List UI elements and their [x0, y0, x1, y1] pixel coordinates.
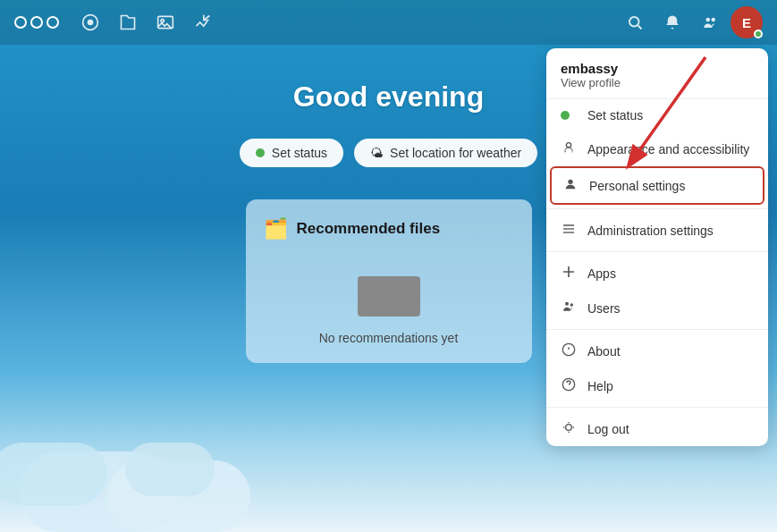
empty-folder-icon [358, 267, 420, 317]
apps-label: Apps [587, 266, 616, 281]
set-status-item-label: Set status [587, 108, 643, 122]
dropdown-apps[interactable]: Apps [546, 256, 768, 291]
dropdown-personal-settings[interactable]: Personal settings [550, 166, 764, 205]
nav-activity[interactable] [186, 5, 220, 39]
dropdown-appearance[interactable]: Appearance and accessibility [546, 131, 768, 166]
contacts-icon-btn[interactable] [693, 5, 727, 39]
logo-circle-3 [46, 16, 59, 29]
status-dot-icon [561, 111, 577, 120]
action-buttons: Set status 🌤 Set location for weather [240, 139, 537, 167]
logo[interactable] [14, 16, 59, 29]
greeting-text: Good evening [293, 80, 484, 114]
dropdown-logout[interactable]: Log out [546, 411, 768, 446]
search-icon-btn[interactable] [618, 5, 652, 39]
nav-files[interactable] [111, 5, 145, 39]
dropdown-header: embassy View profile [546, 48, 768, 99]
recommended-files-card: 🗂️ Recommended files No recommendations … [246, 199, 532, 363]
apps-icon [561, 265, 577, 282]
cloud-decoration [0, 407, 340, 532]
set-weather-button[interactable]: 🌤 Set location for weather [354, 139, 537, 167]
help-icon [561, 377, 577, 394]
notifications-icon-btn[interactable] [655, 5, 689, 39]
about-label: About [587, 344, 621, 359]
card-header: 🗂️ Recommended files [264, 217, 514, 241]
set-weather-label: Set location for weather [390, 146, 521, 160]
nav-icons [73, 5, 220, 39]
view-profile-link[interactable]: View profile [561, 76, 754, 89]
nav-dashboard[interactable] [73, 5, 107, 39]
user-dropdown-menu: embassy View profile Set status Appearan… [546, 48, 768, 446]
set-status-label: Set status [272, 146, 327, 160]
svg-point-9 [568, 180, 572, 184]
svg-point-4 [629, 17, 639, 27]
topbar-right: E [618, 5, 763, 39]
appearance-icon [561, 140, 577, 157]
divider-3 [546, 329, 768, 330]
svg-point-22 [566, 425, 572, 431]
set-status-button[interactable]: Set status [240, 139, 343, 167]
logout-label: Log out [587, 422, 629, 436]
status-dot-green [256, 148, 265, 157]
topbar: E [0, 0, 777, 45]
logo-circles [14, 16, 59, 29]
personal-settings-icon [562, 177, 579, 194]
dropdown-about[interactable]: About [546, 334, 768, 368]
avatar-letter: E [742, 15, 751, 30]
dropdown-users[interactable]: Users [546, 291, 768, 325]
logout-icon [561, 420, 577, 437]
users-label: Users [587, 301, 621, 316]
divider-4 [546, 407, 768, 408]
svg-line-5 [638, 26, 642, 30]
status-dot [561, 111, 570, 120]
svg-point-16 [570, 303, 573, 306]
help-label: Help [587, 379, 613, 393]
dropdown-admin-settings[interactable]: Administration settings [546, 213, 768, 248]
nav-photos[interactable] [148, 5, 182, 39]
svg-point-15 [565, 302, 569, 306]
no-recommendations-text: No recommendations yet [319, 331, 459, 345]
logo-circle-1 [14, 16, 27, 29]
svg-point-7 [712, 18, 716, 22]
svg-point-6 [706, 18, 711, 22]
svg-point-8 [566, 143, 570, 148]
avatar-status-dot [754, 30, 763, 38]
dropdown-help[interactable]: Help [546, 368, 768, 403]
personal-settings-label: Personal settings [589, 179, 685, 193]
card-title: Recommended files [297, 220, 441, 238]
users-icon [561, 300, 577, 317]
admin-settings-label: Administration settings [587, 224, 714, 238]
weather-icon: 🌤 [370, 146, 383, 160]
dropdown-username: embassy [561, 61, 754, 76]
divider-1 [546, 208, 768, 209]
svg-point-3 [161, 20, 164, 22]
divider-2 [546, 251, 768, 252]
svg-point-0 [88, 20, 94, 26]
admin-icon [561, 222, 577, 239]
dropdown-set-status[interactable]: Set status [546, 99, 768, 131]
appearance-item-label: Appearance and accessibility [587, 142, 749, 156]
avatar-button[interactable]: E [731, 6, 763, 38]
folder-icon: 🗂️ [264, 217, 288, 241]
about-icon [561, 342, 577, 359]
logo-circle-2 [30, 16, 43, 29]
